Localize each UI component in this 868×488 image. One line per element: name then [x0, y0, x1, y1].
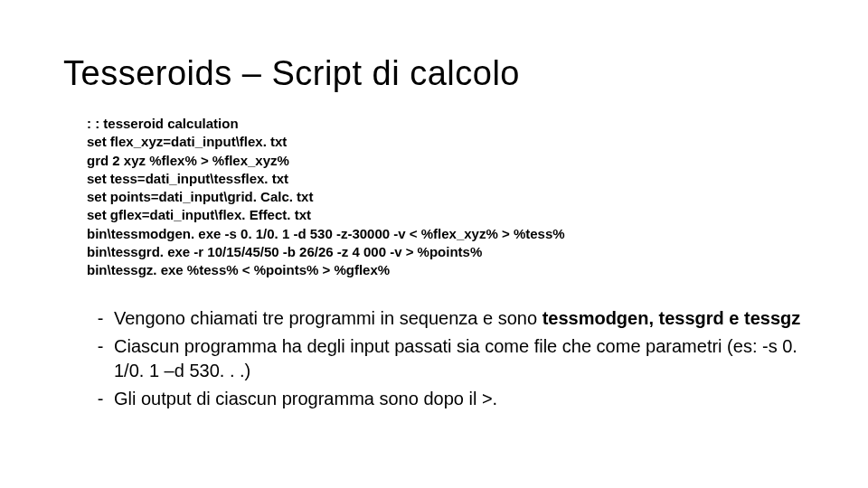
- code-line: bin\tessgrd. exe -r 10/15/45/50 -b 26/26…: [87, 243, 805, 261]
- slide: Tesseroids – Script di calcolo : : tesse…: [0, 0, 868, 451]
- code-line: set tess=dati_input\tessflex. txt: [87, 170, 805, 188]
- list-item: - Gli output di ciascun programma sono d…: [87, 387, 805, 411]
- code-line: : : tesseroid calculation: [87, 115, 805, 133]
- list-item: - Vengono chiamati tre programmi in sequ…: [87, 306, 805, 331]
- code-line: grd 2 xyz %flex% > %flex_xyz%: [87, 152, 805, 170]
- page-title: Tesseroids – Script di calcolo: [63, 54, 805, 93]
- code-line: set points=dati_input\grid. Calc. txt: [87, 188, 805, 206]
- list-item: - Ciascun programma ha degli input passa…: [87, 334, 805, 383]
- bullet-text: Ciascun programma ha degli input passati…: [114, 334, 805, 383]
- bullet-pre: Ciascun programma ha degli input passati…: [114, 336, 797, 380]
- bullet-list: - Vengono chiamati tre programmi in sequ…: [87, 306, 805, 411]
- bullet-dash: -: [87, 306, 114, 331]
- bullet-bold: tessmodgen, tessgrd e tessgz: [542, 308, 801, 328]
- code-line: bin\tessmodgen. exe -s 0. 1/0. 1 -d 530 …: [87, 225, 805, 243]
- code-line: set flex_xyz=dati_input\flex. txt: [87, 133, 805, 151]
- bullet-pre: Vengono chiamati tre programmi in sequen…: [114, 308, 542, 328]
- bullet-dash: -: [87, 387, 114, 411]
- bullet-text: Vengono chiamati tre programmi in sequen…: [114, 306, 805, 331]
- bullet-pre: Gli output di ciascun programma sono dop…: [114, 389, 497, 408]
- code-line: bin\tessgz. exe %tess% < %points% > %gfl…: [87, 261, 805, 279]
- code-block: : : tesseroid calculation set flex_xyz=d…: [87, 115, 805, 279]
- bullet-dash: -: [87, 334, 114, 383]
- code-line: set gflex=dati_input\flex. Effect. txt: [87, 206, 805, 224]
- bullet-text: Gli output di ciascun programma sono dop…: [114, 387, 805, 411]
